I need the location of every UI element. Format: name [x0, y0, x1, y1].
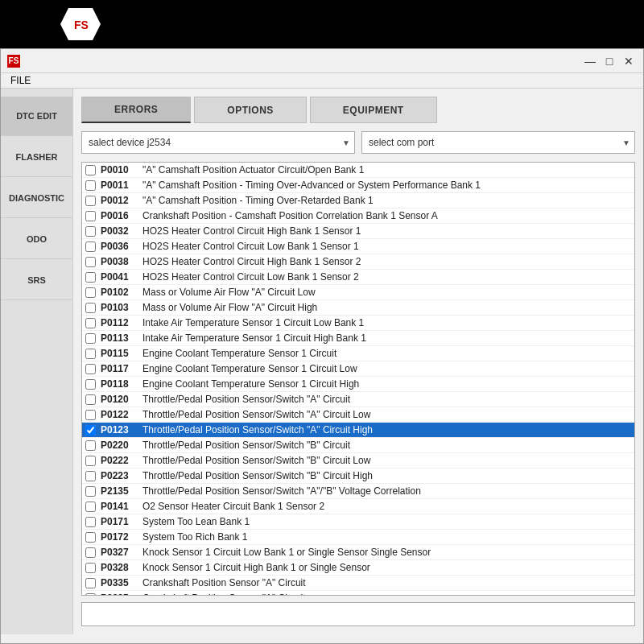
dtc-code: P2135	[101, 485, 139, 497]
list-item[interactable]: P0120Throttle/Pedal Position Sensor/Swit…	[82, 392, 634, 407]
dtc-checkbox[interactable]	[85, 303, 96, 313]
dtc-checkbox[interactable]	[85, 532, 96, 543]
dtc-checkbox[interactable]	[85, 180, 96, 191]
dtc-code: P0016	[101, 210, 139, 221]
content-area: DTC EDIT FLASHER DIAGNOSTIC ODO SRS ERRO…	[1, 89, 643, 634]
close-button[interactable]: ✕	[621, 53, 637, 69]
minimize-button[interactable]: —	[582, 53, 598, 69]
dtc-checkbox[interactable]	[85, 165, 96, 175]
list-item[interactable]: P0335Crankshaft Position Sensor "A" Circ…	[82, 576, 634, 591]
dtc-checkbox[interactable]	[85, 318, 96, 328]
dtc-code: P0327	[101, 547, 139, 558]
maximize-button[interactable]: □	[601, 53, 617, 69]
list-item[interactable]: P2135Throttle/Pedal Position Sensor/Swit…	[82, 484, 634, 499]
tab-errors[interactable]: ERRORS	[81, 97, 191, 123]
sidebar-item-dtc-edit[interactable]: DTC EDIT	[1, 97, 72, 136]
sidebar-item-diagnostic[interactable]: DIAGNOSTIC	[1, 179, 72, 218]
sidebar-item-srs[interactable]: SRS	[1, 261, 72, 300]
file-menu[interactable]: FILE	[7, 73, 34, 88]
dtc-desc: HO2S Heater Control Circuit Low Bank 1 S…	[142, 241, 359, 252]
list-item[interactable]: P0012"A" Camshaft Position - Timing Over…	[82, 193, 634, 208]
list-item[interactable]: P0141O2 Sensor Heater Circuit Bank 1 Sen…	[82, 499, 634, 514]
list-item[interactable]: P0112Intake Air Temperature Sensor 1 Cir…	[82, 316, 634, 331]
title-bar-controls: — □ ✕	[582, 53, 637, 69]
dtc-checkbox[interactable]	[85, 471, 96, 481]
dtc-desc: Throttle/Pedal Position Sensor/Switch "A…	[142, 485, 421, 497]
dtc-desc: Throttle/Pedal Position Sensor/Switch "B…	[142, 440, 350, 451]
dtc-code: P0012	[101, 195, 139, 206]
list-item[interactable]: P0118Engine Coolant Temperature Sensor 1…	[82, 377, 634, 392]
list-item[interactable]: P0335Crankshaft Position Sensor "A" Circ…	[82, 591, 634, 596]
dtc-checkbox[interactable]	[85, 502, 96, 512]
list-item[interactable]: P0123Throttle/Pedal Position Sensor/Swit…	[82, 423, 634, 438]
list-item[interactable]: P0172System Too Rich Bank 1	[82, 530, 634, 545]
dtc-checkbox[interactable]	[85, 226, 96, 237]
dtc-checkbox[interactable]	[85, 272, 96, 283]
dtc-code: P0036	[101, 241, 139, 252]
list-item[interactable]: P0011"A" Camshaft Position - Timing Over…	[82, 178, 634, 193]
list-item[interactable]: P0223Throttle/Pedal Position Sensor/Swit…	[82, 469, 634, 484]
dtc-checkbox[interactable]	[85, 349, 96, 359]
dtc-checkbox[interactable]	[85, 379, 96, 390]
dtc-checkbox[interactable]	[85, 410, 96, 420]
list-item[interactable]: P0010"A" Camshaft Position Actuator Circ…	[82, 163, 634, 178]
dtc-checkbox[interactable]	[85, 517, 96, 527]
tab-options[interactable]: OPTIONS	[194, 97, 307, 123]
dtc-checkbox[interactable]	[85, 425, 96, 436]
dtc-desc: Mass or Volume Air Flow "A" Circuit High	[142, 302, 317, 313]
dtc-checkbox[interactable]	[85, 257, 96, 267]
dtc-code: P0171	[101, 516, 139, 527]
device-select[interactable]: salect device j2534	[81, 131, 355, 154]
dtc-desc: Throttle/Pedal Position Sensor/Switch "B…	[142, 470, 373, 481]
dtc-code: P0112	[101, 317, 139, 328]
dtc-checkbox[interactable]	[85, 287, 96, 298]
list-item[interactable]: P0113Intake Air Temperature Sensor 1 Cir…	[82, 331, 634, 346]
list-item[interactable]: P0171System Too Lean Bank 1	[82, 514, 634, 530]
dtc-code: P0172	[101, 531, 139, 543]
dtc-checkbox[interactable]	[85, 563, 96, 573]
dtc-desc: HO2S Heater Control Circuit Low Bank 1 S…	[142, 271, 359, 283]
dtc-checkbox[interactable]	[85, 196, 96, 206]
dtc-desc: "A" Camshaft Position - Timing Over-Reta…	[142, 195, 374, 206]
list-item[interactable]: P0328Knock Sensor 1 Circuit High Bank 1 …	[82, 560, 634, 576]
dtc-code: P0122	[101, 409, 139, 420]
sidebar-item-odo[interactable]: ODO	[1, 220, 72, 259]
dtc-checkbox[interactable]	[85, 364, 96, 374]
list-item[interactable]: P0117Engine Coolant Temperature Sensor 1…	[82, 361, 634, 377]
list-item[interactable]: P0222Throttle/Pedal Position Sensor/Swit…	[82, 453, 634, 469]
dtc-checkbox[interactable]	[85, 333, 96, 344]
dtc-desc: Throttle/Pedal Position Sensor/Switch "A…	[142, 394, 350, 405]
dtc-code: P0038	[101, 256, 139, 267]
list-item[interactable]: P0036HO2S Heater Control Circuit Low Ban…	[82, 239, 634, 254]
dtc-checkbox[interactable]	[85, 578, 96, 588]
dtc-desc: Throttle/Pedal Position Sensor/Switch "A…	[142, 409, 370, 420]
sidebar-item-flasher[interactable]: FLASHER	[1, 138, 72, 177]
dtc-list[interactable]: P0010"A" Camshaft Position Actuator Circ…	[81, 162, 635, 596]
dtc-desc: Throttle/Pedal Position Sensor/Switch "B…	[142, 455, 370, 466]
dtc-checkbox[interactable]	[85, 456, 96, 466]
comport-select[interactable]: select com port	[361, 131, 635, 154]
dtc-checkbox[interactable]	[85, 242, 96, 252]
dtc-checkbox[interactable]	[85, 547, 96, 558]
dtc-checkbox[interactable]	[85, 394, 96, 405]
list-item[interactable]: P0041HO2S Heater Control Circuit Low Ban…	[82, 270, 634, 285]
list-item[interactable]: P0016Crankshaft Position - Camshaft Posi…	[82, 208, 634, 224]
list-item[interactable]: P0115Engine Coolant Temperature Sensor 1…	[82, 346, 634, 361]
dtc-checkbox[interactable]	[85, 440, 96, 451]
list-item[interactable]: P0103Mass or Volume Air Flow "A" Circuit…	[82, 300, 634, 316]
dtc-checkbox[interactable]	[85, 211, 96, 221]
dtc-code: P0115	[101, 348, 139, 359]
dtc-desc: "A" Camshaft Position Actuator Circuit/O…	[142, 164, 364, 175]
dtc-code: P0010	[101, 164, 139, 175]
list-item[interactable]: P0032HO2S Heater Control Circuit High Ba…	[82, 224, 634, 239]
list-item[interactable]: P0102Mass or Volume Air Flow "A" Circuit…	[82, 285, 634, 300]
dtc-checkbox[interactable]	[85, 486, 96, 497]
dtc-checkbox[interactable]	[85, 593, 96, 597]
logo-area: FS	[0, 0, 161, 48]
list-item[interactable]: P0038HO2S Heater Control Circuit High Ba…	[82, 254, 634, 270]
tab-equipment[interactable]: EQUIPMENT	[310, 97, 437, 123]
list-item[interactable]: P0327Knock Sensor 1 Circuit Low Bank 1 o…	[82, 545, 634, 560]
list-item[interactable]: P0122Throttle/Pedal Position Sensor/Swit…	[82, 407, 634, 423]
list-item[interactable]: P0220Throttle/Pedal Position Sensor/Swit…	[82, 438, 634, 453]
dtc-code: P0141	[101, 501, 139, 512]
